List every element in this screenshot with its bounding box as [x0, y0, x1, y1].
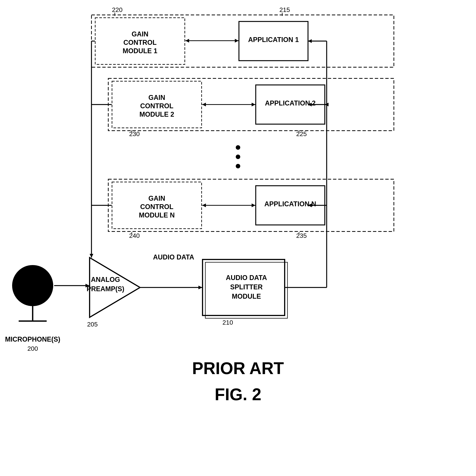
arrow-gain2-left: [202, 103, 206, 106]
dot1: [236, 145, 240, 150]
arrow-gain2-right: [252, 103, 255, 106]
ref-215: 215: [279, 6, 290, 13]
appN-label: APPLICATION N: [264, 200, 316, 208]
ref-205: 205: [87, 321, 98, 328]
preamp-label1: ANALOG: [91, 276, 120, 283]
fig-label: FIG. 2: [215, 385, 261, 404]
arrow-gainN-left: [202, 204, 206, 207]
gain1-label1: GAIN: [132, 30, 148, 38]
arrow-gain1-right: [235, 39, 238, 43]
gain2-label1: GAIN: [148, 94, 165, 101]
gainN-label3: MODULE N: [139, 211, 175, 219]
dot3: [236, 164, 240, 168]
gain2-label2: CONTROL: [140, 102, 173, 110]
splitter-label3: MODULE: [232, 292, 261, 300]
audio-data-label: AUDIO DATA: [153, 253, 194, 261]
arrow-down-to-preamp: [90, 254, 93, 258]
prior-art-title: PRIOR ART: [192, 359, 284, 378]
app2-label: APPLICATION 2: [265, 99, 315, 107]
gain2-label3: MODULE 2: [139, 111, 174, 118]
arrow-preamp-splitter: [198, 286, 202, 289]
gain1-label2: CONTROL: [123, 39, 157, 46]
gainN-label2: CONTROL: [140, 203, 173, 211]
diagram-container: GAIN CONTROL MODULE 1 APPLICATION 1 220 …: [0, 0, 476, 476]
ref-235: 235: [296, 232, 307, 239]
ref-225: 225: [296, 130, 307, 137]
arrow-gainN-right: [252, 204, 255, 207]
ref-240: 240: [129, 232, 140, 239]
arrow-right-app1: [308, 39, 312, 43]
dot2: [236, 154, 240, 159]
splitter-label2: SPLITTER: [230, 283, 263, 291]
ref-230: 230: [129, 130, 140, 137]
microphone-circle: [12, 265, 53, 306]
splitter-label1: AUDIO DATA: [226, 274, 267, 282]
ref-210: 210: [222, 319, 233, 326]
app1-label: APPLICATION 1: [248, 36, 299, 44]
gain1-label3: MODULE 1: [123, 47, 157, 55]
ref-220: 220: [112, 6, 123, 13]
arrow-gain1-left: [185, 39, 189, 43]
gainN-label1: GAIN: [148, 194, 165, 202]
preamp-label2: PREAMP(S): [87, 285, 124, 293]
